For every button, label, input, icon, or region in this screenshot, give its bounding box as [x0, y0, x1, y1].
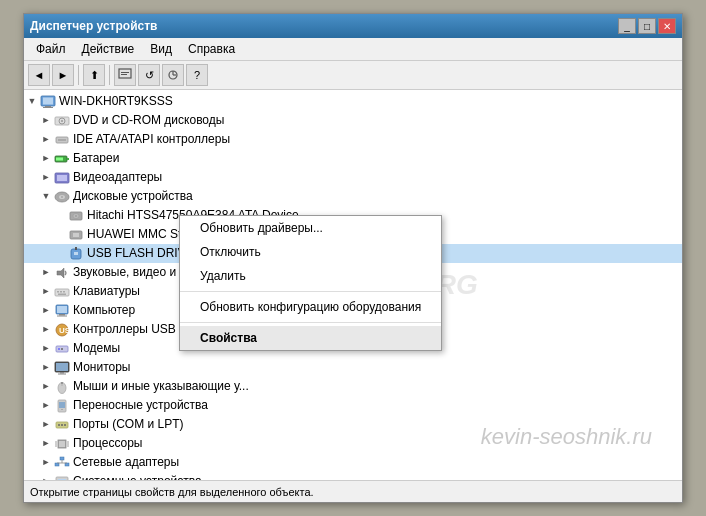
svg-point-59	[64, 424, 66, 426]
properties-button[interactable]	[114, 64, 136, 86]
scan-button[interactable]	[162, 64, 184, 86]
status-text: Открытие страницы свойств для выделенног…	[30, 486, 314, 498]
tree-item-batteries[interactable]: ► Батареи	[24, 149, 682, 168]
context-menu: Обновить драйверы... Отключить Удалить О…	[179, 215, 442, 351]
ctx-properties[interactable]: Свойства	[180, 326, 441, 350]
menu-action[interactable]: Действие	[74, 40, 143, 58]
forward-button[interactable]: ►	[52, 64, 74, 86]
spacer2	[54, 229, 66, 241]
svg-rect-74	[58, 479, 66, 481]
usb-storage-icon	[68, 227, 84, 243]
svg-rect-14	[58, 139, 66, 141]
monitor-icon	[54, 360, 70, 376]
portable-label: Переносные устройства	[73, 397, 208, 414]
help-button[interactable]: ?	[186, 64, 208, 86]
tree-item-disks[interactable]: ▼ Дисковые устройства	[24, 187, 682, 206]
svg-rect-34	[60, 291, 62, 293]
svg-rect-35	[63, 291, 65, 293]
svg-rect-0	[119, 69, 131, 78]
ctx-uninstall[interactable]: Удалить	[180, 264, 441, 288]
maximize-button[interactable]: □	[638, 18, 656, 34]
toolbar-separator	[78, 65, 79, 85]
mice-label: Мыши и иные указывающие у...	[73, 378, 249, 395]
spacer3	[54, 248, 66, 260]
ctx-disable[interactable]: Отключить	[180, 240, 441, 264]
svg-rect-30	[74, 252, 78, 255]
network-icon	[54, 455, 70, 471]
tree-root[interactable]: ▼ WIN-DKH0RT9KSSS	[24, 92, 682, 111]
tree-item-video[interactable]: ► Видеоадаптеры	[24, 168, 682, 187]
svg-rect-2	[121, 74, 127, 75]
svg-point-58	[61, 424, 63, 426]
title-bar: Диспетчер устройств _ □ ✕	[24, 14, 682, 38]
hdd-icon	[68, 208, 84, 224]
svg-rect-16	[67, 158, 69, 160]
svg-rect-33	[57, 291, 59, 293]
ctx-scan-hardware[interactable]: Обновить конфигурацию оборудования	[180, 295, 441, 319]
device-manager-window: Диспетчер устройств _ □ ✕ Файл Действие …	[23, 13, 683, 503]
tree-item-network[interactable]: ► Сетевые адаптеры	[24, 453, 682, 472]
svg-rect-27	[73, 233, 79, 237]
system-icon	[54, 474, 70, 481]
ctx-separator2	[180, 322, 441, 323]
disk-icon	[54, 189, 70, 205]
svg-rect-29	[75, 247, 77, 250]
window-controls: _ □ ✕	[618, 18, 676, 34]
menu-file[interactable]: Файл	[28, 40, 74, 58]
tree-item-portable[interactable]: ► Переносные устройства	[24, 396, 682, 415]
keyboard-label: Клавиатуры	[73, 283, 140, 300]
tree-item-ports[interactable]: ► Порты (COM и LPT)	[24, 415, 682, 434]
ide-icon	[54, 132, 70, 148]
computer-icon	[40, 94, 56, 110]
network-label: Сетевые адаптеры	[73, 454, 179, 471]
back-button[interactable]: ◄	[28, 64, 50, 86]
svg-rect-36	[58, 293, 66, 295]
expand-comp-icon: ►	[40, 305, 52, 317]
svg-point-44	[58, 348, 60, 350]
tree-item-ide[interactable]: ► IDE ATA/ATAPI контроллеры	[24, 130, 682, 149]
svg-rect-39	[59, 314, 65, 316]
computer-label: Компьютер	[73, 302, 135, 319]
dvd-icon	[54, 113, 70, 129]
usb-flash-icon	[68, 246, 84, 262]
expand-usb-icon: ►	[40, 324, 52, 336]
batteries-label: Батареи	[73, 150, 119, 167]
svg-rect-68	[60, 457, 64, 460]
scan-icon	[166, 68, 180, 82]
svg-rect-54	[59, 402, 65, 408]
ctx-update-drivers[interactable]: Обновить драйверы...	[180, 216, 441, 240]
expand-mice-icon: ►	[40, 381, 52, 393]
menu-view[interactable]: Вид	[142, 40, 180, 58]
svg-rect-69	[55, 463, 59, 466]
root-label: WIN-DKH0RT9KSSS	[59, 93, 173, 110]
expand-ports-icon: ►	[40, 419, 52, 431]
tree-item-cpu[interactable]: ► Процессоры	[24, 434, 682, 453]
tree-item-system[interactable]: ► Системные устройства	[24, 472, 682, 480]
close-button[interactable]: ✕	[658, 18, 676, 34]
svg-rect-49	[58, 373, 66, 374]
main-area: KAK-SDELAT.ORG ▼ WIN-DKH0RT9KSSS ►	[24, 90, 682, 480]
spacer1	[54, 210, 66, 222]
expand-port-icon: ►	[40, 400, 52, 412]
expand-ide-icon: ►	[40, 134, 52, 146]
svg-rect-47	[56, 363, 68, 371]
expand-mod-icon: ►	[40, 343, 52, 355]
video-icon	[54, 170, 70, 186]
svg-rect-38	[57, 306, 67, 313]
menu-help[interactable]: Справка	[180, 40, 243, 58]
expand-mon-icon: ►	[40, 362, 52, 374]
menu-bar: Файл Действие Вид Справка	[24, 38, 682, 61]
svg-point-12	[61, 120, 63, 122]
up-button[interactable]: ⬆	[83, 64, 105, 86]
minimize-button[interactable]: _	[618, 18, 636, 34]
tree-item-mice[interactable]: ► Мыши и иные указывающие у...	[24, 377, 682, 396]
cpu-label: Процессоры	[73, 435, 143, 452]
cpu-icon	[54, 436, 70, 452]
mouse-icon	[54, 379, 70, 395]
expand-sys-icon: ►	[40, 476, 52, 481]
tree-item-dvd[interactable]: ► DVD и CD-ROM дисководы	[24, 111, 682, 130]
computer2-icon	[54, 303, 70, 319]
refresh-button[interactable]: ↺	[138, 64, 160, 86]
svg-rect-7	[43, 97, 53, 104]
tree-item-monitors[interactable]: ► Мониторы	[24, 358, 682, 377]
